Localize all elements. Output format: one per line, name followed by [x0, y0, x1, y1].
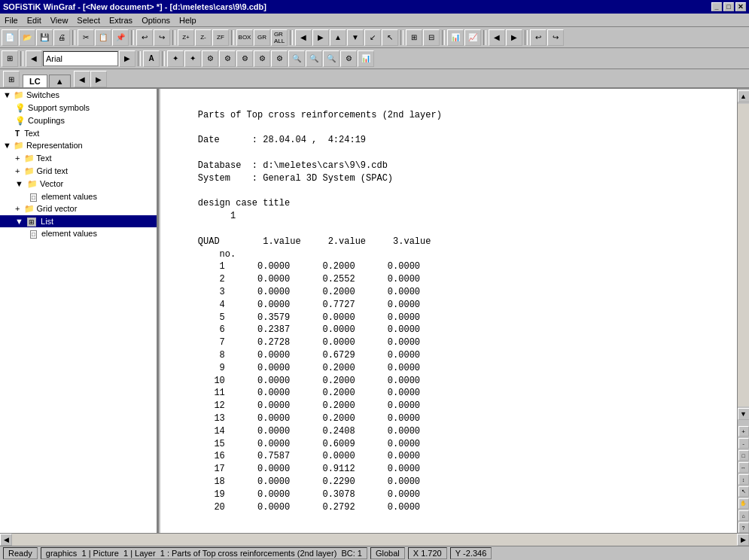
grid-vector-expand: +: [15, 204, 20, 213]
tb-rotate[interactable]: ↙: [364, 29, 381, 46]
zoom-in-btn[interactable]: +: [738, 426, 749, 437]
menu-view[interactable]: View: [46, 14, 73, 26]
sidebar-item-vector[interactable]: ▼ 📁 Vector: [0, 178, 157, 190]
menu-edit[interactable]: Edit: [23, 14, 46, 26]
grid-text-label: Grid text: [37, 166, 69, 175]
tab-chart[interactable]: ▲: [49, 75, 71, 87]
menu-help[interactable]: Help: [175, 14, 201, 26]
tb2-gear4[interactable]: ⚙: [254, 50, 270, 67]
tb-gr1[interactable]: GR: [254, 29, 270, 46]
tb-prev[interactable]: ◀: [489, 29, 505, 46]
sidebar-item-element-values-2[interactable]: □ element values: [0, 227, 157, 239]
tb2-magnify3[interactable]: 🔍: [323, 50, 339, 67]
tb-move-up[interactable]: ▲: [330, 29, 346, 46]
tb2-chart[interactable]: 📊: [358, 50, 374, 67]
sidebar-item-representation[interactable]: ▼ 📁 Representation: [0, 139, 157, 152]
tb-zoom-fit[interactable]: ZF: [212, 29, 229, 46]
tb-move-down[interactable]: ▼: [347, 29, 364, 46]
sidebar-item-list[interactable]: ▼ ⊞ List: [0, 215, 157, 227]
sidebar-item-grid-text[interactable]: + 📁 Grid text: [0, 165, 157, 178]
tb-next[interactable]: ▶: [506, 29, 522, 46]
tab-next[interactable]: ▶: [90, 71, 107, 87]
scroll-down-btn[interactable]: ▼: [738, 408, 750, 420]
tb2-star2[interactable]: ✦: [184, 50, 201, 67]
tb2-gear6[interactable]: ⚙: [340, 50, 357, 67]
tb-redo[interactable]: ↪: [154, 29, 170, 46]
tb-copy[interactable]: 📋: [95, 29, 111, 46]
separator8: [483, 30, 486, 45]
tb-box[interactable]: BOX: [236, 29, 253, 46]
tb-move-left[interactable]: ◀: [295, 29, 312, 46]
tb2-star1[interactable]: ✦: [167, 50, 184, 67]
y-value: -2.346: [463, 549, 486, 558]
tb-open[interactable]: 📂: [19, 29, 35, 46]
status-ready: Ready: [3, 547, 38, 559]
sidebar-item-element-values-1[interactable]: □ element values: [0, 190, 157, 202]
tb2-gear1[interactable]: ⚙: [202, 50, 218, 67]
tb-new[interactable]: 📄: [2, 29, 18, 46]
tb-redo2[interactable]: ↪: [547, 29, 564, 46]
tb-undo[interactable]: ↩: [136, 29, 153, 46]
tb2-gear2[interactable]: ⚙: [219, 50, 236, 67]
zoom-panel: ▲ ▼ + - □ ↔ ↕ ↖ ✋ ⌂ ?: [737, 89, 749, 533]
hscroll-track[interactable]: [12, 534, 737, 546]
tb-undo2[interactable]: ↩: [530, 29, 547, 46]
menu-extras[interactable]: Extras: [105, 14, 137, 26]
sidebar-item-grid-vector[interactable]: + 📁 Grid vector: [0, 202, 157, 215]
tb2-magnify1[interactable]: 🔍: [288, 50, 305, 67]
tb-move-right[interactable]: ▶: [312, 29, 329, 46]
font-selector[interactable]: Arial: [43, 51, 118, 66]
sidebar-item-text[interactable]: T Text: [0, 127, 157, 139]
tb2-magnify2[interactable]: 🔍: [306, 50, 322, 67]
home-btn[interactable]: ⌂: [738, 510, 749, 521]
tb2-prev2[interactable]: ◀: [26, 50, 42, 67]
help-btn[interactable]: ?: [738, 522, 749, 533]
menu-select[interactable]: Select: [72, 14, 105, 26]
tb-paste[interactable]: 📌: [112, 29, 129, 46]
x-label: X: [413, 549, 419, 558]
bottom-scrollbar: ◀ ▶: [0, 533, 749, 545]
tb-chart2[interactable]: 📈: [464, 29, 481, 46]
zoom-h-btn[interactable]: ↔: [738, 462, 749, 473]
minimize-button[interactable]: _: [711, 2, 722, 11]
close-button[interactable]: ✕: [735, 2, 746, 11]
menu-file[interactable]: File: [0, 14, 23, 26]
zoom-v-btn[interactable]: ↕: [738, 474, 749, 485]
tb-cut[interactable]: ✂: [78, 29, 94, 46]
hscroll-right-btn[interactable]: ▶: [737, 534, 749, 546]
sidebar-item-couplings[interactable]: 💡 Couplings: [0, 114, 157, 127]
sidebar-icon[interactable]: ⊞: [3, 71, 20, 87]
cursor-btn[interactable]: ↖: [738, 486, 749, 497]
zoom-out-btn[interactable]: -: [738, 438, 749, 449]
hscroll-left-btn[interactable]: ◀: [0, 534, 12, 546]
menu-options[interactable]: Options: [137, 14, 175, 26]
tb-chart1[interactable]: 📊: [447, 29, 464, 46]
sidebar-item-switches[interactable]: ▼ 📁 Switches: [0, 89, 157, 102]
sidebar-item-rep-text[interactable]: + 📁 Text: [0, 152, 157, 165]
tb2-gear5[interactable]: ⚙: [271, 50, 288, 67]
scroll-up-btn[interactable]: ▲: [738, 90, 750, 102]
zoom-fit-btn[interactable]: □: [738, 450, 749, 461]
tb-print[interactable]: 🖨: [53, 29, 70, 46]
maximize-button[interactable]: □: [723, 2, 734, 11]
coupling-icon: 💡: [15, 116, 26, 125]
tb-zoom-out[interactable]: Z-: [195, 29, 212, 46]
tb-grid[interactable]: ⊞: [406, 29, 422, 46]
tb-save[interactable]: 💾: [36, 29, 53, 46]
vector-expand: ▼: [15, 179, 23, 188]
tb-snap[interactable]: ⊟: [423, 29, 440, 46]
tb2-gear3[interactable]: ⚙: [236, 50, 253, 67]
sidebar-item-support-symbols[interactable]: 💡 Support symbols: [0, 102, 157, 114]
content-scroll[interactable]: Parts of Top cross reinforcements (2nd l…: [161, 89, 737, 533]
tb2-icon[interactable]: ⊞: [2, 50, 18, 67]
tb-gr-all[interactable]: GRALL: [271, 29, 288, 46]
tab-prev[interactable]: ◀: [74, 71, 90, 87]
separator1: [72, 30, 75, 45]
hand-btn[interactable]: ✋: [738, 498, 749, 509]
tb2-next2[interactable]: ▶: [119, 50, 135, 67]
tb-zoom-in[interactable]: Z+: [178, 29, 194, 46]
scroll-track-right[interactable]: [738, 104, 750, 406]
tb2-font-a[interactable]: A: [143, 50, 160, 67]
tb-rotate2[interactable]: ↖: [382, 29, 398, 46]
tab-lc[interactable]: LC: [23, 75, 47, 87]
